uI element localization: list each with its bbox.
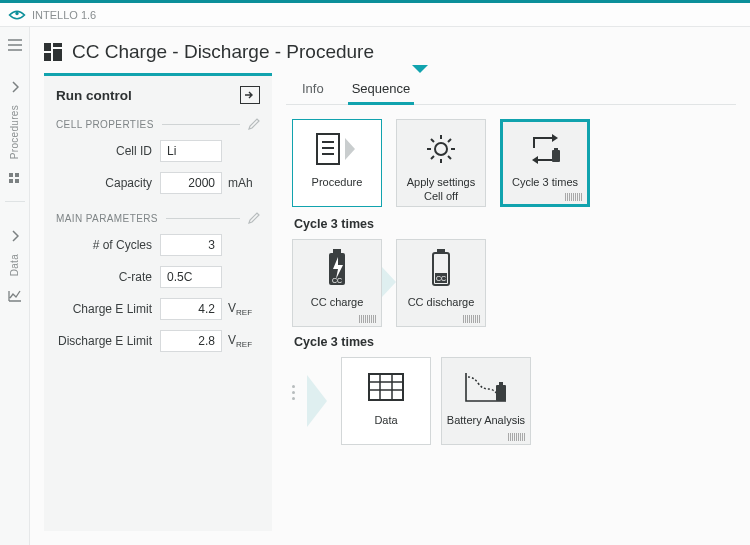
discharge-e-unit: VREF <box>228 333 252 349</box>
tile-battery-analysis[interactable]: Battery Analysis <box>441 357 531 445</box>
barcode-icon <box>463 315 481 323</box>
run-control-title: Run control <box>56 88 132 103</box>
tile-label: Procedure <box>312 176 363 190</box>
svg-rect-20 <box>369 374 403 400</box>
svg-rect-14 <box>333 249 341 253</box>
discharge-e-label: Discharge E Limit <box>56 334 160 348</box>
tile-cc-discharge[interactable]: CC CC discharge <box>396 239 486 327</box>
capacity-unit: mAh <box>228 176 253 190</box>
battery-charge-icon: CC <box>323 249 351 289</box>
battery-analysis-icon <box>462 369 510 405</box>
discharge-e-input[interactable] <box>160 330 222 352</box>
tile-label: Cycle 3 times <box>512 176 578 190</box>
svg-rect-11 <box>552 150 560 162</box>
cycles-input[interactable] <box>160 234 222 256</box>
app-title: INTELLO 1.6 <box>32 9 96 21</box>
rail-group-procedures[interactable]: Procedures <box>9 105 20 159</box>
chevron-right-icon[interactable] <box>1 222 29 250</box>
group-title: Cycle 3 times <box>294 335 736 349</box>
svg-rect-4 <box>15 179 19 183</box>
rail-group-data[interactable]: Data <box>9 254 20 276</box>
capacity-input[interactable] <box>160 172 222 194</box>
section-main-parameters: MAIN PARAMETERS <box>56 213 158 224</box>
battery-discharge-icon: CC <box>427 249 455 289</box>
group-title: Cycle 3 times <box>294 217 736 231</box>
crate-label: C-rate <box>56 270 160 284</box>
tile-label: CC discharge <box>408 296 475 310</box>
svg-point-10 <box>435 143 447 155</box>
svg-rect-17 <box>437 249 445 253</box>
cycle-icon <box>524 132 566 166</box>
tile-label: CC charge <box>311 296 364 310</box>
flow-arrow-icon <box>307 375 327 427</box>
svg-rect-8 <box>44 53 51 61</box>
run-control-panel: Run control CELL PROPERTIES <box>44 73 272 531</box>
menu-icon[interactable] <box>1 31 29 59</box>
svg-text:CC: CC <box>436 275 446 282</box>
table-icon <box>368 373 404 401</box>
charge-e-input[interactable] <box>160 298 222 320</box>
pencil-icon[interactable] <box>248 118 260 130</box>
title-bar: INTELLO 1.6 <box>0 3 750 27</box>
page-header: CC Charge - Discharge - Procedure <box>30 27 750 73</box>
svg-rect-1 <box>9 173 13 177</box>
section-cell-properties: CELL PROPERTIES <box>56 119 154 130</box>
svg-rect-22 <box>499 382 503 385</box>
crate-input[interactable] <box>160 266 222 288</box>
barcode-icon <box>565 193 583 201</box>
cycles-label: # of Cycles <box>56 238 160 252</box>
svg-rect-3 <box>9 179 13 183</box>
charge-e-unit: VREF <box>228 301 252 317</box>
drag-handle-icon[interactable] <box>292 357 299 445</box>
tab-sequence[interactable]: Sequence <box>352 81 411 104</box>
svg-rect-5 <box>44 43 51 51</box>
tile-cc-charge[interactable]: CC CC charge <box>292 239 382 327</box>
barcode-icon <box>508 433 526 441</box>
capacity-label: Capacity <box>56 176 160 190</box>
svg-rect-12 <box>554 148 558 150</box>
svg-rect-6 <box>53 43 62 47</box>
dashboard-icon <box>44 43 62 61</box>
svg-rect-21 <box>496 385 506 401</box>
cell-id-label: Cell ID <box>56 144 160 158</box>
procedure-icon <box>315 132 359 166</box>
chart-icon[interactable] <box>1 282 29 310</box>
tile-data[interactable]: Data <box>341 357 431 445</box>
tile-apply-settings[interactable]: Apply settings Cell off <box>396 119 486 207</box>
flow-arrow-icon <box>382 239 396 325</box>
chevron-right-icon[interactable] <box>1 73 29 101</box>
svg-rect-7 <box>53 49 62 61</box>
grip-icon[interactable] <box>1 165 29 193</box>
charge-e-label: Charge E Limit <box>56 302 160 316</box>
active-tab-pointer-icon <box>412 65 428 73</box>
app-logo-icon <box>8 9 26 21</box>
tab-info[interactable]: Info <box>302 81 324 104</box>
left-rail: Procedures Data <box>0 27 30 545</box>
tile-cycle[interactable]: Cycle 3 times <box>500 119 590 207</box>
tile-procedure[interactable]: Procedure <box>292 119 382 207</box>
tile-label: Data <box>374 414 397 428</box>
svg-point-0 <box>15 11 18 14</box>
tab-bar: Info Sequence <box>286 73 736 105</box>
svg-text:CC: CC <box>332 277 342 284</box>
barcode-icon <box>359 315 377 323</box>
popout-icon[interactable] <box>240 86 260 104</box>
page-title: CC Charge - Discharge - Procedure <box>72 41 374 63</box>
cell-id-input[interactable] <box>160 140 222 162</box>
tile-label: Apply settings Cell off <box>407 176 475 204</box>
sequence-area: Info Sequence <box>286 73 736 531</box>
pencil-icon[interactable] <box>248 212 260 224</box>
gear-icon <box>424 132 458 166</box>
tile-label: Battery Analysis <box>447 414 525 428</box>
svg-rect-2 <box>15 173 19 177</box>
